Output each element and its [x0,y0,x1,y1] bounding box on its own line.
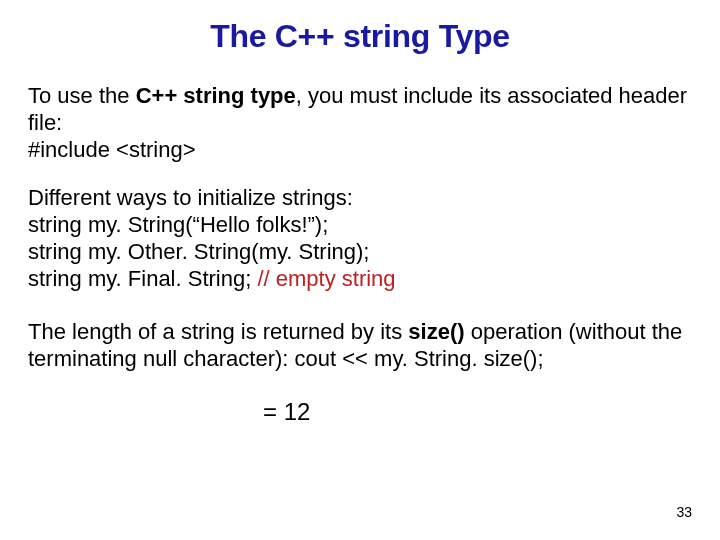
include-line: #include <string> [28,137,692,164]
slide-title: The C++ string Type [28,18,692,55]
paragraph-init: Different ways to initialize strings: st… [28,185,692,292]
init-lead: Different ways to initialize strings: [28,185,692,212]
init-line-3-comment: // empty string [257,266,395,291]
intro-bold: C++ string type [136,83,296,108]
title-word-4: Type [439,18,510,54]
title-word-3: string [343,18,430,54]
paragraph-size: The length of a string is returned by it… [28,319,692,373]
slide-container: The C++ string Type To use the C++ strin… [0,0,720,540]
title-word-2: C++ [275,18,335,54]
size-prefix: The length of a string is returned by it… [28,319,408,344]
page-number: 33 [676,504,692,520]
result-line: = 12 [263,398,692,426]
paragraph-intro: To use the C++ string type, you must inc… [28,83,692,163]
init-line-1: string my. String(“Hello folks!”); [28,212,692,239]
size-bold: size() [408,319,464,344]
init-line-3: string my. Final. String; // empty strin… [28,266,692,293]
init-line-3-code: string my. Final. String; [28,266,257,291]
init-line-2: string my. Other. String(my. String); [28,239,692,266]
intro-prefix: To use the [28,83,136,108]
title-word-1: The [210,18,266,54]
